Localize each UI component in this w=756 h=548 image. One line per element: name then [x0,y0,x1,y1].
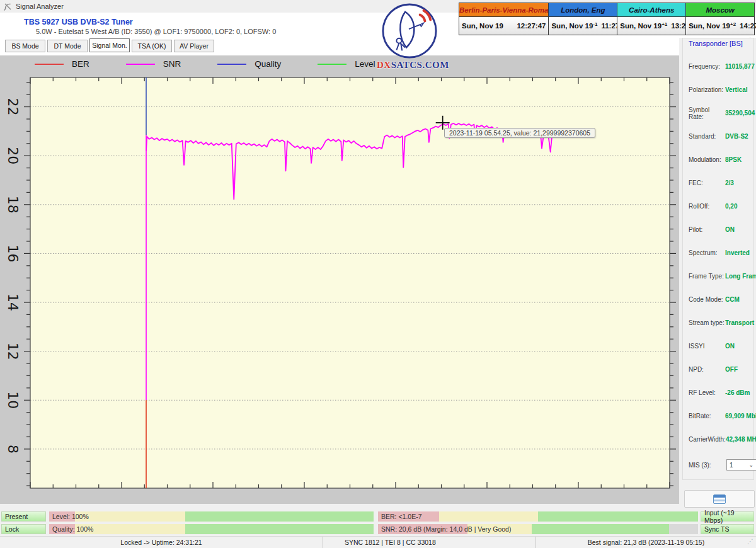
status-bar: Locked -> Uptime: 24:31:21 SYNC 1812 | T… [0,536,756,548]
input-rate-box: Input (~19 Mbps) [701,511,754,522]
chart-tooltip: 2023-11-19 05.54.25, value: 21,299999237… [444,128,595,138]
clock-date: Sun, Nov 19 [462,22,503,30]
transponder-row-polarization: Polarization:Vertical [689,78,756,101]
clock-utc-offset: -1 [593,21,597,27]
record-device-button[interactable] [684,490,755,508]
signal-chart-area: BER SNR Quality Level 810121416182022 20… [0,55,679,504]
y-axis-label: 10 [5,391,21,409]
transponder-row-pilot: Pilot:ON [689,218,756,241]
tab-bar: BS Mode DT Mode Signal Mon. TSA (OK) AV … [5,40,214,52]
clock-moscow: Moscow Sun, Nov 19+214:27 [686,3,754,35]
transponder-row-symbol-rate: Symbol Rate:35290,504 KS/s [689,101,756,125]
satellite-dish-icon [381,2,438,60]
quality-meter: Quality: 100% [49,524,374,534]
tab-av-player[interactable]: AV Player [174,40,214,52]
transponder-row-bitrate: BitRate:69,909 Mbit/s [689,404,756,428]
transponder-row-frequency: Frequency:11015,877 MHz [689,55,756,78]
dxsatcs-logo: DXSATCS.COM [377,2,442,72]
resize-grip[interactable]: ⋰ [747,538,754,545]
best-signal-status: Best signal: 21,3 dB (2023-11-19 05:15) [536,537,756,548]
clock-berlin-paris-vienna-roma: Berlin-Paris-Vienna-Roma Sun, Nov 1912:2… [459,3,549,35]
transponder-row-issyi: ISSYION [689,334,756,358]
transponder-row-npd: NPD:OFF [689,358,756,381]
transponder-title: Transponder [BS] [689,40,743,47]
level-meter: Level: 100% [49,511,374,522]
clock-date: Sun, Nov 19 [620,22,662,30]
chevron-down-icon: ⌄ [748,462,753,468]
y-axis-label: 18 [5,196,21,214]
transponder-row-modulation: Modulation:8PSK [689,148,756,171]
clock-time: 14:27 [740,22,756,30]
clock-date: Sun, Nov 19 [551,22,593,30]
clock-time: 12:27:47 [517,22,546,30]
ber-meter: BER: <1.0E-7 [378,511,698,522]
transponder-row-stream-type: Stream type:Transport [689,311,756,334]
clock-region-label: Berlin-Paris-Vienna-Roma [459,3,548,17]
transponder-row-spectrum: Spectrum:Inverted [689,241,756,265]
device-title: TBS 5927 USB DVB-S2 Tuner [24,18,133,26]
mis-selected-value: 1 [730,462,733,469]
clock-london: London, Eng Sun, Nov 19-111:27:47 [549,3,617,35]
mis-row: MIS (3): 1 ⌄ [689,459,756,471]
device-subtitle: 5.0W - Eutelsat 5 West A/B (ID: 3550) @ … [36,28,276,35]
tab-bs-mode[interactable]: BS Mode [5,40,45,52]
transponder-row-carrierwidth: CarrierWidth:42,348 MHz [689,428,756,451]
transponder-row-code-mode: Code Mode:CCM [689,288,756,311]
y-axis-label: 16 [5,244,21,262]
clock-region-label: Moscow [686,3,754,17]
app-icon [4,3,12,11]
snr-meter: SNR: 20,6 dB (Margin: 14,0 dB | Very Goo… [378,524,698,534]
signal-plot[interactable]: 810121416182022 [0,55,679,504]
mis-label: MIS (3): [689,462,725,469]
sync-status: SYNC 1812 | TEI 8 | CC 33018 [323,537,536,548]
tab-tsa[interactable]: TSA (OK) [132,40,172,52]
clock-region-label: Cairo-Athens [617,3,685,17]
logo-text: DXSATCS.COM [377,60,442,71]
clock-utc-offset: +2 [730,21,736,27]
transponder-row-rf-level: RF Level:-26 dBm [689,381,756,404]
tab-signal-mon[interactable]: Signal Mon. [89,38,130,52]
meter-strip: Present Level: 100% BER: <1.0E-7 Input (… [0,509,756,537]
transponder-row-rolloff: RollOff:0,20 [689,195,756,218]
clock-region-label: London, Eng [549,3,617,17]
disk-icon [713,494,726,504]
transponder-row-standard: Standard:DVB-S2 [689,125,756,148]
present-flag: Present [1,511,46,522]
tab-dt-mode[interactable]: DT Mode [47,40,88,52]
y-axis-label: 20 [5,147,21,164]
plot-background [30,77,670,488]
clock-cairo-athens: Cairo-Athens Sun, Nov 19+113:27 [617,3,686,35]
lock-flag: Lock [1,524,46,534]
mis-select[interactable]: 1 ⌄ [726,459,756,471]
clock-date: Sun, Nov 19 [689,22,730,30]
sync-ts-box: Sync TS [701,524,754,534]
transponder-row-frame-type: Frame Type:Long Frame [689,265,756,288]
uptime-status: Locked -> Uptime: 24:31:21 [0,537,323,548]
right-panel: Transponder [BS] Frequency:11015,877 MHz… [679,38,756,510]
clock-utc-offset: +1 [662,21,667,27]
window-title: Signal Analyzer [16,3,64,10]
transponder-row-fec: FEC:2/3 [689,171,756,195]
y-axis-label: 14 [5,294,21,311]
transponder-groupbox: Transponder [BS] Frequency:11015,877 MHz… [682,38,754,480]
y-axis-label: 8 [5,445,21,454]
transponder-rows: Frequency:11015,877 MHz Polarization:Ver… [689,55,756,451]
y-axis-label: 12 [5,343,21,360]
y-axis-label: 22 [5,98,21,116]
world-clocks: Berlin-Paris-Vienna-Roma Sun, Nov 1912:2… [459,3,755,35]
